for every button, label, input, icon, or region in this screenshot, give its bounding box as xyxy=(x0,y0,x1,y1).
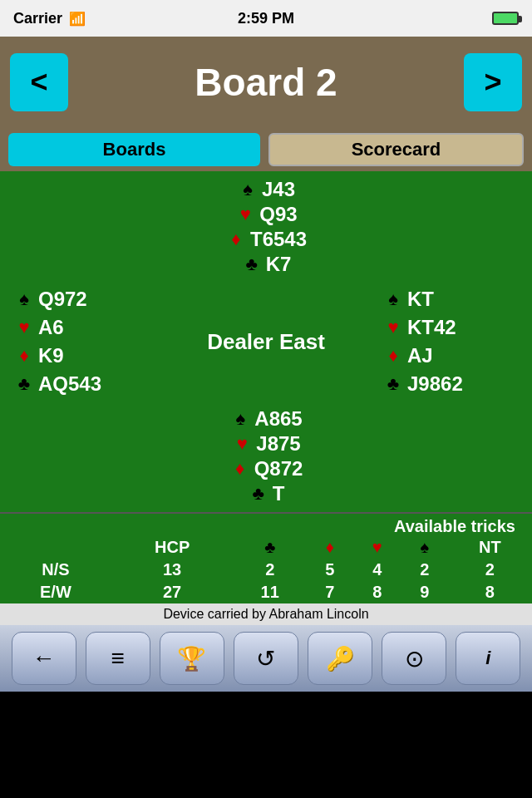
info-icon: i xyxy=(485,648,490,669)
available-tricks-header: Available tricks xyxy=(0,514,532,536)
row-ns-spade: 2 xyxy=(401,559,448,581)
col-heart: ♥ xyxy=(353,536,401,559)
refresh-button[interactable]: ↺ xyxy=(234,632,298,685)
col-nt: NT xyxy=(448,536,532,559)
boards-tab[interactable]: Boards xyxy=(8,133,260,166)
wifi-icon: 📶 xyxy=(69,11,86,27)
status-bar: Carrier 📶 2:59 PM xyxy=(0,0,532,37)
board-area: ♠ J43 ♥ Q93 ♦ T6543 ♣ K7 ♠ Q972 ♥ A6 xyxy=(0,171,532,512)
bottom-toolbar: ← ≡ 🏆 ↺ 🔑 ⊙ i xyxy=(0,625,532,692)
table-row: N/S 13 2 5 4 2 2 xyxy=(0,559,532,581)
south-row-2: ♥ J875 xyxy=(231,432,300,456)
settings-icon: ⊙ xyxy=(405,645,424,672)
north-suit-1: ♠ xyxy=(237,179,259,200)
west-hand: ♠ Q972 ♥ A6 ♦ K9 ♣ AQ543 xyxy=(0,288,150,396)
row-ns-heart: 4 xyxy=(353,559,401,581)
prev-board-button[interactable]: < xyxy=(10,53,68,111)
info-button[interactable]: i xyxy=(456,632,520,685)
north-row-3: ♦ T6543 xyxy=(225,228,307,251)
east-hand: ♠ KT ♥ KT42 ♦ AJ ♣ J9862 xyxy=(382,288,532,396)
row-ns-club: 2 xyxy=(234,559,307,581)
north-row-4: ♣ K7 xyxy=(241,253,292,276)
row-ns-nt: 2 xyxy=(448,559,532,581)
middle-section: ♠ Q972 ♥ A6 ♦ K9 ♣ AQ543 Dealer East ♠ xyxy=(0,279,532,404)
row-ns-label: N/S xyxy=(0,559,111,581)
header: < Board 2 > xyxy=(0,37,532,128)
settings-button[interactable]: ⊙ xyxy=(382,632,446,685)
north-cards-1: J43 xyxy=(262,178,295,201)
score-area: Available tricks HCP ♣ ♦ ♥ ♠ NT N/S 13 2… xyxy=(0,512,532,603)
row-ns-hcp: 13 xyxy=(111,559,234,581)
table-row: E/W 27 11 7 8 9 8 xyxy=(0,581,532,603)
east-row-4: ♣ J9862 xyxy=(382,372,463,396)
col-diamond: ♦ xyxy=(307,536,353,559)
trophy-icon: 🏆 xyxy=(177,645,206,672)
east-row-2: ♥ KT42 xyxy=(382,316,456,339)
tab-bar: Boards Scorecard xyxy=(0,128,532,171)
device-label: Device carried by Abraham Lincoln xyxy=(0,603,532,625)
time-label: 2:59 PM xyxy=(238,10,294,27)
north-cards-2: Q93 xyxy=(259,203,297,226)
trophy-button[interactable]: 🏆 xyxy=(160,632,224,685)
row-ew-spade: 9 xyxy=(401,581,448,603)
center-area: Dealer East xyxy=(150,329,382,355)
dealer-label: Dealer East xyxy=(207,329,325,355)
row-ns-diamond: 5 xyxy=(307,559,353,581)
next-board-button[interactable]: > xyxy=(464,53,522,111)
row-ew-nt: 8 xyxy=(448,581,532,603)
north-cards-3: T6543 xyxy=(250,228,307,251)
west-row-3: ♦ K9 xyxy=(13,344,150,367)
row-ew-diamond: 7 xyxy=(307,581,353,603)
refresh-icon: ↺ xyxy=(256,645,275,672)
row-ew-hcp: 27 xyxy=(111,581,234,603)
east-row-3: ♦ AJ xyxy=(382,344,433,367)
south-row-1: ♠ A865 xyxy=(229,407,302,431)
key-icon: 🔑 xyxy=(326,645,355,672)
north-suit-2: ♥ xyxy=(234,204,256,225)
key-button[interactable]: 🔑 xyxy=(308,632,372,685)
north-row-2: ♥ Q93 xyxy=(234,203,297,226)
north-suit-4: ♣ xyxy=(241,254,263,275)
south-row-3: ♦ Q872 xyxy=(229,457,303,480)
north-suit-3: ♦ xyxy=(225,229,247,250)
west-row-2: ♥ A6 xyxy=(13,316,150,339)
menu-icon: ≡ xyxy=(111,645,125,672)
north-hand: ♠ J43 ♥ Q93 ♦ T6543 ♣ K7 xyxy=(0,171,532,279)
col-spade: ♠ xyxy=(401,536,448,559)
south-hand: ♠ A865 ♥ J875 ♦ Q872 ♣ T xyxy=(0,404,532,512)
col-label xyxy=(0,536,111,559)
score-table: HCP ♣ ♦ ♥ ♠ NT N/S 13 2 5 4 2 2 E/W 27 1… xyxy=(0,536,532,603)
battery-icon xyxy=(492,12,519,25)
row-ew-label: E/W xyxy=(0,581,111,603)
back-button[interactable]: ← xyxy=(12,632,76,685)
board-title: Board 2 xyxy=(195,60,337,105)
row-ew-club: 11 xyxy=(234,581,307,603)
west-row-4: ♣ AQ543 xyxy=(13,372,150,396)
carrier-label: Carrier xyxy=(13,10,62,27)
menu-button[interactable]: ≡ xyxy=(86,632,150,685)
west-row-1: ♠ Q972 xyxy=(13,288,150,311)
row-ew-heart: 8 xyxy=(353,581,401,603)
col-hcp: HCP xyxy=(111,536,234,559)
south-row-4: ♣ T xyxy=(248,482,285,505)
north-cards-4: K7 xyxy=(266,253,292,276)
col-club: ♣ xyxy=(234,536,307,559)
back-icon: ← xyxy=(32,645,56,672)
score-header-row: HCP ♣ ♦ ♥ ♠ NT xyxy=(0,536,532,559)
north-row-1: ♠ J43 xyxy=(237,178,295,201)
scorecard-tab[interactable]: Scorecard xyxy=(268,133,524,166)
east-row-1: ♠ KT xyxy=(382,288,434,311)
